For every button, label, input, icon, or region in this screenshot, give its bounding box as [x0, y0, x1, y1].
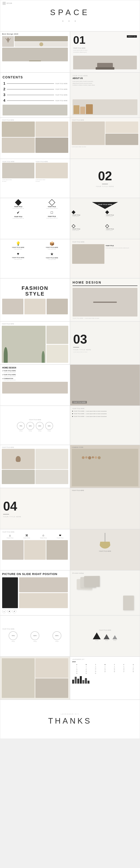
about-body: Lorem ipsum dolor sit ametconsectetur ad… [73, 50, 137, 53]
list-text-1: YOUR TITLE HERE — Lorem ipsum dolor sit … [74, 410, 107, 412]
cal-d-13: 13 [119, 667, 129, 669]
number-04: 04 [3, 500, 17, 513]
style-heading: STYLE [22, 291, 49, 297]
tri-text-1: TITLE [95, 640, 98, 641]
tri-item-2: TITLE [103, 634, 110, 641]
photo-4 [36, 137, 68, 153]
shade-shape [99, 542, 111, 549]
bar-4 [80, 676, 82, 684]
wifi-item-1: 💡 YOUR TITLE HERE Lorem ipsum dolor [2, 241, 34, 250]
slide-home-design: HOME DESIGN YOUR TITLE HERE — Lorem ipsu… [70, 278, 140, 321]
slide-03-section: 03 YOUR TITLE HERE Lorem ipsum dolor sit… [70, 321, 140, 365]
wifi-label-2: YOUR TITLE HERE [36, 247, 68, 248]
hd2-title: HOME DESIGN [2, 367, 68, 369]
contents-item-1: 1 YOUR TITLE HERE [3, 82, 67, 86]
slide-text-grid: YOUR TITLE HERE Lorem ipsum dolorsit ame… [0, 159, 70, 198]
slide-row-7: 💡 YOUR TITLE HERE Lorem ipsum dolor 📦 YO… [0, 239, 140, 278]
contents-item-4: 4 YOUR TITLE HERE [3, 99, 67, 103]
logo-text: 演示文稿 [6, 2, 12, 4]
picture-sm-1 [19, 577, 68, 592]
slide-row-11: YOUR TITLE HERE 75% TITLE 60% TITLE 85% … [0, 406, 140, 445]
slide-about-text: YOUR TITLE HERE ABOUT US Lorem ipsum dol… [70, 72, 140, 118]
slide-row-4: YOUR TITLE HERE YOUR TITLE HERE Lorem ip… [0, 118, 140, 159]
home-design-desc: YOUR TITLE HERE — Lorem ipsum dolor sit … [73, 318, 137, 319]
a-desc-3: Lorem ipsum [72, 230, 104, 231]
hd2-desc-2: Lorem ipsum dolor sit amet [4, 375, 68, 377]
icon-desc-1: Lorem ipsum dolor sit [13, 208, 24, 209]
logo-icon [3, 2, 6, 5]
slide-row-16: YOUR TITLE HERE 75% TITLE 60% TITLE 85% … [0, 615, 140, 656]
divider-04 [3, 514, 9, 515]
icon-home-label-1: YOUR TITLE [2, 537, 18, 538]
tg-img-1 [2, 163, 34, 178]
slide-home-design-2: HOME DESIGN ● YOUR TITLE HERE Lorem ipsu… [0, 365, 70, 406]
about-subtitle: YOUR TITLE HERE [73, 75, 137, 76]
cal-h-t1: T [91, 664, 100, 665]
cal-d-2: 2 [81, 665, 91, 667]
cal-d-4: 4 [100, 665, 110, 667]
icon-leaf-label-1: YOUR TITLE [19, 537, 34, 538]
arrow-item-3: YOUR TITLE Lorem ipsum [72, 225, 104, 237]
num-label: YOUR TITLE HERE [96, 186, 114, 187]
icon-col-4: ❤ YOUR TITLE [52, 534, 68, 538]
tri-item-3: TITLE [113, 635, 117, 641]
number-03: 03 [73, 333, 87, 345]
icon-desc-4: Lorem ipsum dolor sit [46, 218, 57, 219]
slide-sofa-large: YOUR TITLE HERE [70, 365, 140, 406]
pct-circle-2: 60% [26, 422, 34, 430]
cal-label: LAVENDER DIY [72, 659, 138, 660]
slide-title-labels: YOUR TITLE HERE YOUR TITLE Lorem ipsum d… [70, 239, 140, 278]
tri-text-2: TITLE [105, 640, 108, 641]
nature-img-2 [36, 658, 68, 678]
cal-h-m: M [81, 664, 91, 665]
sm-diamond-1 [72, 210, 75, 214]
calendar-grid: S M T W T F S 1 2 3 4 5 6 7 8 9 10 11 12… [72, 664, 138, 674]
icon-title-2: YOUR TITLE [48, 206, 56, 207]
slide-text-list: YOUR TITLE HERE YOUR TITLE HERE — Lorem … [70, 406, 140, 445]
icon-col-2: ⌘ YOUR TITLE [19, 534, 34, 538]
bar-3 [77, 679, 79, 684]
sm-diamond-3 [72, 224, 75, 228]
3d-label: 3D screen mockup [72, 572, 138, 574]
icon-circle-1: ⌂ [2, 609, 6, 613]
label-03: YOUR TITLE HERE [73, 349, 91, 350]
pct-label-1: TITLE [19, 430, 22, 432]
contents-heading: CONTENTS [3, 76, 67, 79]
slide-fashion: FASHION STYLE [0, 278, 70, 321]
cal-d-28: 28 [129, 671, 138, 673]
picture-heading: PICTURE ON SLIDE RIGHT POSITION [2, 572, 68, 576]
plant-img-2 [46, 326, 68, 344]
lamp-bottom-image [2, 48, 68, 61]
bullet-2 [72, 413, 73, 414]
obj-img-2 [36, 449, 68, 469]
large-circle-2: 60% [30, 631, 39, 640]
pct-circle-1: 75% [17, 422, 25, 430]
icon-title-1: YOUR TITLE [14, 206, 22, 207]
mini-bar-chart [72, 676, 138, 684]
arrow-item-1: YOUR TITLE Lorem ipsum [72, 211, 104, 223]
a-desc-2: Lorem ipsum [106, 216, 138, 217]
interior-desc: Lorem ipsum dolor sit amet [72, 146, 138, 147]
cr-label-1: TITLE [9, 641, 18, 642]
wifi-desc-1: Lorem ipsum dolor [2, 248, 34, 250]
list-text-3: YOUR TITLE HERE — Lorem ipsum dolor sit … [74, 416, 107, 417]
list-item-2: YOUR TITLE HERE — Lorem ipsum dolor sit … [72, 413, 138, 414]
cal-d-16: 16 [81, 669, 91, 671]
slide-row-9: YOUR TITLE HERE 03 YOUR TITLE HERE Lorem… [0, 321, 140, 365]
wifi-sym-3: ♥ [2, 252, 34, 256]
wood-label: COMBINE STORE [72, 447, 138, 448]
wifi-label-1: YOUR TITLE HERE [2, 247, 34, 248]
page-container: 演示文稿 SPACE • • • Best Design 2019 [0, 0, 140, 739]
cal-d-12: 12 [110, 667, 119, 669]
cal-d-14: 14 [129, 667, 138, 669]
pct-circle-3: 85% [36, 422, 44, 430]
cal-d-6: 6 [119, 665, 129, 667]
picture-dark-img [2, 577, 18, 608]
cal-h-w: W [100, 664, 110, 665]
slide-arrow-title: YOUR TITLE HERE YOUR TITLE Lorem ipsum Y… [70, 198, 140, 239]
slide-01-section: 01 ABOUT US YOUR TITLE HERE Lorem ipsum … [70, 31, 140, 72]
slide-objects: YOUR TITLE HERE [0, 445, 70, 488]
wifi-sym-4: ★ [36, 252, 68, 256]
icon-lamp-label-1: YOUR TITLE [52, 537, 68, 538]
tg-text-2: Lorem ipsum dolorsit amet [36, 179, 68, 182]
